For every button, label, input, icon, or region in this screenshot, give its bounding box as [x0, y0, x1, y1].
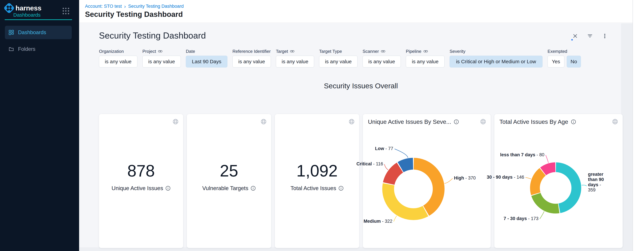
info-icon[interactable] — [338, 186, 344, 191]
filter-chip[interactable]: is Critical or High or Medium or Low — [450, 56, 542, 67]
filter-label: Severity — [450, 49, 542, 54]
filter-label: Target — [276, 49, 314, 54]
pie-label: 30 - 90 days - 146 — [487, 175, 524, 180]
globe-icon[interactable] — [612, 118, 618, 125]
filter-label: Organization — [99, 49, 137, 54]
pie-label-connector — [582, 185, 586, 186]
link-icon — [158, 50, 162, 53]
pie-label-connector — [444, 178, 452, 183]
filter-chip[interactable]: is any value — [276, 56, 314, 67]
breadcrumb-chevron-icon: › — [124, 4, 126, 8]
filter-organization: Organizationis any value — [99, 49, 137, 67]
page-title: Security Testing Dashboard — [85, 10, 183, 18]
pie-label-connector — [394, 216, 396, 222]
filter-label: Project — [142, 49, 181, 54]
stat-card-total-active-issues: 1,092 Total Active Issues — [275, 114, 359, 248]
chart-title: Total Active Issues By Age — [500, 118, 568, 125]
globe-icon[interactable] — [172, 118, 179, 125]
stat-label: Total Active Issues — [290, 185, 336, 192]
pie-label-connector — [394, 149, 408, 158]
globe-icon[interactable] — [480, 118, 486, 125]
sidebar-divider — [5, 19, 72, 20]
cards-row: 878 Unique Active Issues — [99, 114, 622, 248]
filter-label: Target Type — [319, 49, 358, 54]
page-header: Account: STO test › Security Testing Das… — [79, 0, 644, 23]
filter-project: Projectis any value — [142, 49, 181, 67]
kebab-menu-icon[interactable] — [602, 33, 608, 39]
sidebar-item-folders[interactable]: Folders — [5, 42, 72, 56]
module-switcher-icon[interactable] — [62, 8, 69, 14]
filter-chip[interactable]: is any value — [406, 56, 444, 67]
pie-label-connector — [540, 211, 544, 219]
filter-target: Targetis any value — [276, 49, 314, 67]
filter-label: Scanner — [362, 49, 401, 54]
filter-date: DateLast 90 Days — [186, 49, 228, 67]
harness-logo-icon — [4, 3, 14, 13]
stat-card-unique-active-issues: 878 Unique Active Issues — [99, 114, 183, 248]
breadcrumb-page-link[interactable]: Security Testing Dashboard — [128, 4, 184, 9]
filter-chip[interactable]: is any value — [362, 56, 401, 67]
filter-label: Reference Identifier — [232, 49, 271, 54]
dashboards-grid-icon — [8, 30, 14, 35]
link-icon — [381, 50, 385, 53]
filter-label: Exempted — [548, 49, 581, 54]
dashboard-toolbar — [572, 33, 608, 39]
pie-label: Critical - 116 — [356, 161, 383, 167]
filter-icon[interactable] — [587, 33, 593, 39]
cursor-dot — [571, 39, 573, 40]
sidebar-item-label: Folders — [18, 46, 35, 52]
filters-row: Organizationis any valueProjectis any va… — [99, 49, 581, 67]
pie-label: greater than 90 days - 359 — [588, 172, 604, 193]
content-area: Security Testing Dashboard Organizationi… — [79, 23, 644, 251]
pie-label: Low - 77 — [375, 146, 393, 151]
filter-label: Pipeline — [406, 49, 444, 54]
filter-scanner: Scanneris any value — [362, 49, 401, 67]
globe-icon[interactable] — [348, 118, 355, 125]
breadcrumb-account-link[interactable]: Account: STO test — [85, 4, 122, 9]
stat-value: 25 — [187, 163, 271, 179]
brand-name: harness — [16, 4, 42, 12]
stat-value: 878 — [99, 163, 183, 179]
dashboard-panel: Security Testing Dashboard Organizationi… — [79, 23, 621, 247]
stat-card-vulnerable-targets: 25 Vulnerable Targets — [187, 114, 271, 248]
info-icon[interactable] — [251, 186, 256, 191]
chart-title: Unique Active Issues By Seve... — [368, 118, 451, 125]
filter-exempted: ExemptedYesNo — [548, 49, 581, 67]
filter-chip[interactable]: is any value — [99, 56, 137, 67]
info-icon[interactable] — [454, 119, 459, 124]
stat-label: Unique Active Issues — [112, 185, 163, 192]
pie-label-connector — [526, 178, 531, 179]
filter-pipeline: Pipelineis any value — [406, 49, 444, 67]
folder-icon — [8, 46, 14, 52]
dashboard-title: Security Testing Dashboard — [99, 30, 206, 40]
filter-chip[interactable]: is any value — [232, 56, 271, 67]
exempted-yes-button[interactable]: Yes — [548, 56, 564, 67]
harness-logo[interactable]: harness — [4, 3, 42, 13]
sidebar-item-label: Dashboards — [18, 29, 46, 35]
pie-label-connector — [546, 155, 548, 163]
info-icon[interactable] — [166, 186, 170, 191]
chart-card-issues-by-severity: Unique Active Issues By Seve... High - 3… — [363, 114, 491, 248]
filter-severity: Severityis Critical or High or Medium or… — [450, 49, 542, 67]
product-name: Dashboards — [13, 12, 40, 18]
filter-target-type: Target Typeis any value — [319, 49, 358, 67]
sidebar: harness Dashboards Dashboards Folders — [0, 0, 79, 251]
globe-icon[interactable] — [260, 118, 267, 125]
close-icon[interactable] — [572, 33, 578, 39]
pie-label: less than 7 days - 80 — [500, 152, 544, 157]
section-title: Security Issues Overall — [99, 82, 623, 90]
exempted-no-button[interactable]: No — [567, 56, 581, 67]
sidebar-item-dashboards[interactable]: Dashboards — [5, 26, 72, 39]
filter-chip[interactable]: is any value — [319, 56, 358, 67]
pie-label-connector — [384, 164, 388, 170]
link-icon — [424, 50, 428, 53]
link-icon — [290, 50, 294, 53]
stat-value: 1,092 — [275, 163, 359, 179]
scrollbar-gutter[interactable] — [632, 0, 644, 251]
filter-chip[interactable]: is any value — [142, 56, 181, 67]
filter-reference-identifier: Reference Identifieris any value — [232, 49, 271, 67]
donut-chart-severity[interactable] — [363, 114, 491, 248]
filter-chip[interactable]: Last 90 Days — [186, 56, 228, 67]
info-icon[interactable] — [571, 119, 576, 124]
pie-label: Medium - 322 — [364, 219, 392, 224]
